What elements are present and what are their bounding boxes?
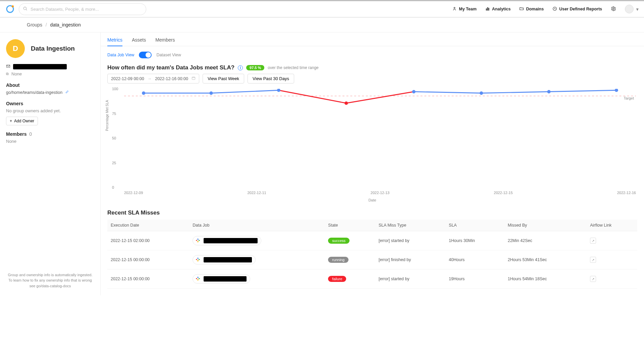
airflow-link-icon[interactable]: ↗	[590, 276, 596, 282]
table-row: 2022-12-15 02:00:00success[error] starte…	[107, 231, 637, 250]
nav-user-reports[interactable]: User Defined Reports	[552, 6, 602, 12]
redacted-email	[13, 64, 67, 69]
svg-point-27	[547, 90, 550, 93]
edit-icon[interactable]	[65, 90, 69, 95]
table-row: 2022-12-15 00:00:00failure[error] starte…	[107, 269, 637, 289]
add-owner-button[interactable]: + Add Owner	[6, 117, 38, 125]
breadcrumb-root[interactable]: Groups	[27, 22, 42, 27]
svg-point-9	[613, 8, 614, 9]
chart-ytick: 100	[112, 87, 118, 91]
chart-xtick: 2022-12-15	[494, 191, 513, 195]
data-job-chip[interactable]	[193, 274, 250, 284]
group-avatar: D	[6, 39, 25, 58]
topnav: My Team Analytics Domains User Defined R…	[452, 5, 639, 13]
members-label: Members 0	[6, 131, 94, 137]
chart-ytick: 75	[112, 112, 116, 116]
plus-icon: +	[10, 119, 12, 123]
nav-my-team[interactable]: My Team	[452, 6, 477, 12]
tab-members[interactable]: Members	[155, 37, 175, 46]
team-icon	[452, 6, 457, 12]
svg-point-4	[454, 7, 455, 8]
cell-exec-date: 2022-12-15 02:00:00	[107, 231, 189, 250]
cell-missed-by: 1Hours 54Min 18Sec	[504, 269, 587, 289]
date-to: 2022-12-16 00:00	[155, 76, 188, 81]
svg-line-20	[549, 90, 616, 92]
redacted-job-name	[204, 257, 252, 262]
clock-icon	[552, 6, 557, 12]
gear-icon[interactable]	[611, 6, 616, 12]
nav-analytics[interactable]: Analytics	[485, 6, 511, 12]
group-title: Data Ingestion	[31, 45, 75, 52]
main: Metrics Assets Members Data Job View Dat…	[101, 33, 644, 295]
topbar: My Team Analytics Domains User Defined R…	[0, 0, 644, 17]
state-pill: success	[328, 238, 350, 244]
sla-chart: Percentage Met SLA 0255075100 Target 202…	[107, 87, 637, 197]
svg-line-18	[414, 92, 481, 93]
svg-point-2	[23, 7, 26, 10]
search-input[interactable]	[19, 3, 146, 15]
question-sub: over the selected time range	[268, 65, 318, 70]
view-past-30-button[interactable]: View Past 30 Days	[248, 74, 294, 83]
cell-sla: 19Hours	[445, 269, 504, 289]
chart-plot	[124, 89, 636, 232]
slack-icon: ⧉	[6, 72, 9, 76]
info-icon[interactable]: i	[238, 65, 243, 70]
tab-assets[interactable]: Assets	[132, 37, 146, 46]
date-from: 2022-12-09 00:00	[111, 76, 144, 81]
state-pill: running	[328, 257, 348, 263]
logo[interactable]	[5, 4, 15, 14]
airflow-link-icon[interactable]: ↗	[590, 257, 596, 263]
cell-missed-by: 22Min 42Sec	[504, 231, 587, 250]
chart-xtick: 2022-12-09	[124, 191, 143, 195]
svg-rect-11	[192, 77, 195, 80]
view-toggle[interactable]	[139, 52, 152, 58]
view-data-job[interactable]: Data Job View	[107, 53, 134, 57]
chart-icon	[485, 6, 490, 12]
chart-ytick: 50	[112, 136, 116, 140]
svg-point-23	[277, 89, 280, 92]
state-pill: failure	[328, 276, 346, 282]
about-link[interactable]: go/home/teams/data-ingestion	[6, 90, 62, 95]
add-owner-label: Add Owner	[14, 119, 34, 123]
chart-ytick: 25	[112, 161, 116, 165]
svg-line-3	[26, 9, 27, 10]
svg-point-22	[209, 92, 213, 95]
redacted-job-name	[204, 238, 258, 243]
cell-exec-date: 2022-12-15 00:00:00	[107, 250, 189, 269]
search-icon	[23, 6, 28, 12]
chart-ylabel: Percentage Met SLA	[105, 100, 109, 131]
svg-line-15	[211, 90, 279, 93]
about-label: About	[6, 82, 94, 88]
chart-xtick: 2022-12-11	[247, 191, 266, 195]
cell-missed-by: 2Hours 53Min 41Sec	[504, 250, 587, 269]
owners-label: Owners	[6, 101, 94, 106]
sla-badge: 97.5 %	[246, 65, 264, 70]
view-past-week-button[interactable]: View Past Week	[203, 74, 244, 83]
sidebar: D Data Ingestion ⧉ None About go/home/te…	[0, 33, 101, 295]
nav-label: User Defined Reports	[559, 7, 602, 11]
svg-point-24	[344, 102, 348, 105]
cell-miss-type: [error] finished by	[375, 250, 445, 269]
svg-point-28	[615, 89, 618, 92]
nav-label: Analytics	[492, 7, 511, 11]
user-menu[interactable]: ▾	[625, 5, 639, 13]
tab-metrics[interactable]: Metrics	[107, 37, 122, 46]
airflow-link-icon[interactable]: ↗	[590, 238, 596, 244]
cell-miss-type: [error] started by	[375, 269, 445, 289]
calendar-icon	[192, 76, 196, 81]
date-range-picker[interactable]: 2022-12-09 00:00 → 2022-12-16 00:00	[107, 74, 199, 83]
breadcrumb-current: data_ingestion	[50, 22, 81, 27]
cell-exec-date: 2022-12-15 00:00:00	[107, 269, 189, 289]
nav-domains[interactable]: Domains	[519, 6, 544, 12]
data-job-chip[interactable]	[193, 236, 261, 245]
data-job-chip[interactable]	[193, 255, 256, 264]
view-dataset[interactable]: Dataset View	[156, 53, 181, 57]
svg-line-17	[346, 92, 414, 103]
arrow-right-icon: →	[148, 76, 152, 81]
tabs: Metrics Assets Members	[101, 33, 644, 46]
svg-point-1	[12, 5, 14, 7]
members-none: None	[6, 139, 94, 144]
cell-sla: 40Hours	[445, 250, 504, 269]
svg-line-16	[279, 90, 346, 103]
search-box	[19, 3, 146, 15]
